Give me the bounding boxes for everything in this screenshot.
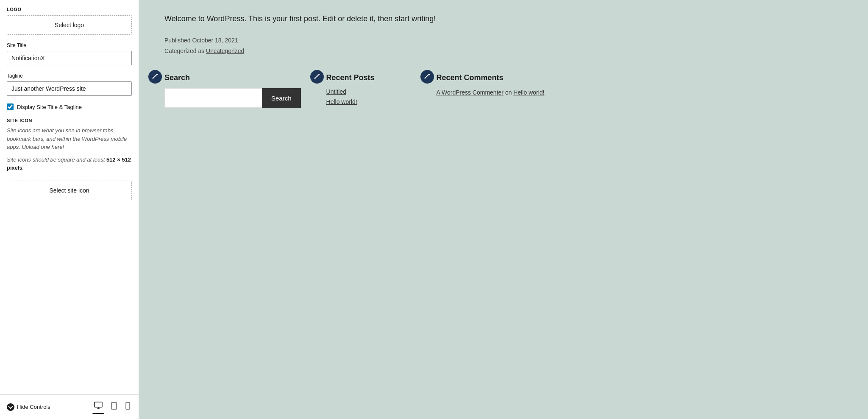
categorized-prefix: Categorized as xyxy=(164,47,206,54)
hide-controls-icon xyxy=(7,403,14,411)
left-panel: Logo Select logo Site Title Tagline Disp… xyxy=(0,0,139,419)
comment-author-link[interactable]: A WordPress Commenter xyxy=(437,89,504,96)
search-widget-edit-button[interactable] xyxy=(148,70,162,84)
site-icon-section: Site Icon Site Icons are what you see in… xyxy=(7,118,132,200)
right-preview-panel: Welcome to WordPress. This is your first… xyxy=(139,0,868,419)
site-title-label: Site Title xyxy=(7,42,132,48)
display-title-tagline-label[interactable]: Display Site Title & Tagline xyxy=(17,104,82,110)
category-link[interactable]: Uncategorized xyxy=(206,47,244,54)
svg-point-6 xyxy=(128,408,128,408)
logo-section: Logo Select logo xyxy=(7,7,132,35)
recent-post-link[interactable]: Untitled xyxy=(326,88,346,95)
search-widget: Search Search xyxy=(164,73,301,108)
comment-post-link[interactable]: Hello world! xyxy=(513,89,544,96)
recent-posts-list: Untitled Hello world! xyxy=(326,88,411,105)
site-icon-description-1: Site Icons are what you see in browser t… xyxy=(7,126,132,151)
search-form: Search xyxy=(164,88,301,108)
bottom-bar: Hide Controls xyxy=(0,394,139,419)
post-category-line: Categorized as Uncategorized xyxy=(164,46,461,56)
recent-posts-widget-edit-button[interactable] xyxy=(310,70,324,84)
recent-comment-item: A WordPress Commenter on Hello world! xyxy=(437,88,545,97)
post-published-date: Published October 18, 2021 xyxy=(164,35,461,46)
select-logo-button[interactable]: Select logo xyxy=(7,15,132,35)
panel-content: Logo Select logo Site Title Tagline Disp… xyxy=(0,0,139,394)
site-icon-label: Site Icon xyxy=(7,118,132,123)
device-icons xyxy=(92,400,132,414)
svg-rect-0 xyxy=(95,402,102,407)
recent-posts-widget: Recent Posts Untitled Hello world! xyxy=(326,73,411,109)
site-title-section: Site Title xyxy=(7,42,132,65)
widgets-row: Search Search Recent Posts Untitled Hell… xyxy=(164,73,851,109)
list-item: Hello world! xyxy=(326,98,411,105)
tagline-input[interactable] xyxy=(7,81,132,96)
display-checkbox-row: Display Site Title & Tagline xyxy=(7,103,132,110)
search-submit-button[interactable]: Search xyxy=(262,88,301,108)
search-widget-title: Search xyxy=(164,73,301,82)
recent-comments-widget: Recent Comments A WordPress Commenter on… xyxy=(437,73,545,97)
select-site-icon-button[interactable]: Select site icon xyxy=(7,181,132,200)
tagline-label: Tagline xyxy=(7,73,132,79)
recent-comments-widget-edit-button[interactable] xyxy=(420,70,434,84)
post-content: Welcome to WordPress. This is your first… xyxy=(164,13,461,56)
device-tablet-icon[interactable] xyxy=(109,400,119,413)
post-welcome-text: Welcome to WordPress. This is your first… xyxy=(164,13,461,25)
post-meta: Published October 18, 2021 Categorized a… xyxy=(164,35,461,56)
comment-on-word: on xyxy=(505,89,512,96)
hide-controls-label: Hide Controls xyxy=(17,404,50,410)
svg-point-4 xyxy=(114,408,114,409)
recent-posts-title: Recent Posts xyxy=(326,73,411,82)
tagline-section: Tagline xyxy=(7,73,132,96)
device-desktop-icon[interactable] xyxy=(92,400,104,414)
display-title-tagline-checkbox[interactable] xyxy=(7,103,14,110)
list-item: Untitled xyxy=(326,88,411,95)
search-input[interactable] xyxy=(164,88,262,108)
recent-comments-title: Recent Comments xyxy=(437,73,545,82)
site-icon-description-2: Site Icons should be square and at least… xyxy=(7,156,132,172)
logo-label: Logo xyxy=(7,7,132,12)
device-mobile-icon[interactable] xyxy=(124,400,132,413)
hide-controls-button[interactable]: Hide Controls xyxy=(7,403,50,411)
recent-post-link[interactable]: Hello world! xyxy=(326,98,357,105)
site-title-input[interactable] xyxy=(7,51,132,65)
